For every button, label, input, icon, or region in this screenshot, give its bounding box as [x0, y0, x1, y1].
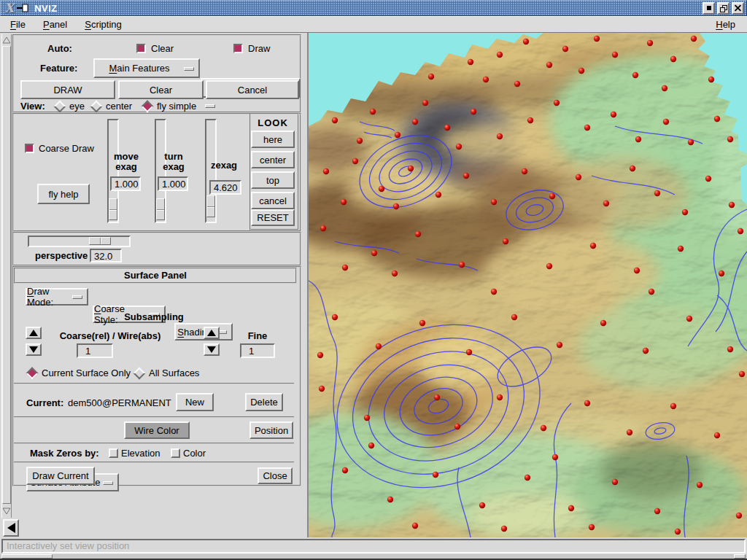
fine-entry[interactable]: 1 [240, 343, 275, 358]
coarse-draw-label: Coarse Draw [39, 143, 94, 154]
look-reset-button[interactable]: RESET [251, 209, 295, 226]
look-center-button[interactable]: center [251, 151, 295, 168]
look-top-button[interactable]: top [251, 171, 295, 189]
move-exag-slider-handle[interactable] [109, 198, 117, 220]
nviz-window: X NVIZ File Panel Scripting Help Auto: C… [0, 0, 747, 560]
scroll-up-icon[interactable] [2, 34, 11, 45]
view-fly-simple-label: fly simple [157, 101, 196, 112]
feature-main-menubutton[interactable]: Main Features [93, 58, 200, 78]
feature-main-label: Main Features [109, 63, 169, 74]
separator [14, 383, 294, 384]
panel-scroll-left-button[interactable] [3, 519, 19, 537]
mask-color-label: Color [183, 448, 206, 459]
turn-exag-entry[interactable]: 1.000 [158, 176, 188, 191]
look-here-button[interactable]: here [251, 131, 295, 148]
new-button[interactable]: New [176, 393, 214, 411]
surface-panel-frame: Surface Panel Draw Mode: Coarse Style: S… [12, 266, 301, 486]
3d-viewport[interactable] [307, 33, 747, 537]
close-icon [735, 5, 741, 12]
menu-file[interactable]: File [6, 18, 30, 31]
view-label: View: [20, 101, 45, 112]
menu-help[interactable]: Help [711, 18, 740, 31]
coarse-wire-label: Coarse(rel) / Wire(abs) [47, 330, 173, 341]
window-titlebar[interactable]: X NVIZ [0, 0, 747, 16]
perspective-slider[interactable] [28, 236, 131, 247]
scroll-down-icon[interactable] [2, 505, 11, 516]
minimize-icon [707, 6, 711, 10]
auto-draw-label: Draw [248, 43, 270, 54]
down-arrow-icon [29, 346, 38, 353]
panel-vertical-scrollbar[interactable] [1, 34, 12, 518]
move-exag-entry[interactable]: 1.000 [110, 176, 141, 191]
fine-label: Fine [236, 330, 279, 341]
surface-panel-title: Surface Panel [14, 268, 297, 284]
look-panel: LOOK here center top cancel RESET [249, 113, 299, 230]
current-surface-only-label: Current Surface Only [42, 368, 131, 378]
minimize-button[interactable] [703, 2, 715, 15]
maximize-button[interactable] [717, 2, 729, 15]
draw-current-button[interactable]: Draw Current [26, 467, 95, 485]
auto-draw-checkbox[interactable] [233, 44, 243, 53]
zexag-slider-handle[interactable] [206, 195, 215, 217]
current-label: Current: [26, 397, 63, 408]
pushpin-icon [17, 3, 30, 13]
current-surface-only-radio[interactable] [26, 368, 39, 380]
terrain-render [309, 33, 747, 537]
menu-scripting[interactable]: Scripting [80, 18, 126, 31]
view-fly-simple-radio[interactable] [142, 101, 154, 113]
close-button[interactable]: Close [258, 467, 293, 484]
coarse-spin-up-button[interactable] [26, 327, 42, 339]
auto-clear-checkbox[interactable] [136, 44, 146, 53]
fine-spin-up-button[interactable] [204, 327, 220, 339]
left-arrow-icon [7, 523, 15, 533]
look-cancel-button[interactable]: cancel [251, 192, 295, 209]
draw-button[interactable]: DRAW [20, 80, 115, 99]
terrain-surface [309, 33, 747, 537]
zexag-entry[interactable]: 4.620 [209, 180, 241, 195]
auto-clear-label: Clear [151, 43, 174, 54]
window-title: NVIZ [34, 3, 58, 14]
vertical-scroll-thumb[interactable] [2, 46, 11, 504]
x11-logo-icon: X [4, 1, 14, 15]
down-arrow-icon [207, 346, 216, 353]
perspective-frame: perspective 32.0 [12, 232, 301, 266]
zexag-label: zexag [208, 160, 240, 171]
view-eye-radio[interactable] [54, 101, 66, 113]
perspective-label: perspective [35, 250, 88, 261]
turn-exag-slider-handle[interactable] [156, 198, 165, 220]
separator [14, 462, 294, 463]
wire-color-button[interactable]: Wire Color [124, 421, 190, 439]
all-surfaces-radio[interactable] [133, 368, 146, 380]
menu-indicator-icon [184, 67, 194, 71]
separator [14, 416, 294, 418]
coarse-spin-down-button[interactable] [26, 343, 42, 356]
clear-button[interactable]: Clear [118, 80, 204, 99]
mask-elevation-checkbox[interactable] [109, 448, 118, 458]
menu-panel[interactable]: Panel [39, 18, 71, 31]
view-center-label: center [106, 101, 132, 112]
mask-zeros-label: Mask Zeros by: [30, 448, 99, 459]
fly-help-button[interactable]: fly help [37, 184, 90, 204]
fine-spin-down-button[interactable] [204, 343, 220, 356]
position-button[interactable]: Position [249, 421, 293, 439]
close-button[interactable] [732, 2, 744, 15]
view-eye-label: eye [69, 101, 85, 112]
coarse-wire-entry[interactable]: 1 [77, 343, 113, 358]
coarse-draw-checkbox[interactable] [25, 144, 34, 153]
view-center-radio[interactable] [90, 101, 103, 113]
menu-indicator-icon [72, 295, 82, 299]
draw-mode-menubutton[interactable]: Draw Mode: [26, 288, 88, 306]
status-text: Interactively set view position [7, 540, 129, 551]
all-surfaces-label: All Surfaces [149, 368, 199, 378]
auto-label: Auto: [47, 43, 72, 54]
view-menu-indicator-icon[interactable] [205, 104, 215, 108]
mask-color-checkbox[interactable] [171, 448, 180, 458]
perspective-slider-handle[interactable] [89, 237, 111, 245]
cancel-button[interactable]: Cancel [206, 80, 299, 99]
delete-button[interactable]: Delete [245, 393, 283, 411]
perspective-entry[interactable]: 32.0 [90, 249, 122, 262]
zexag-slider[interactable] [205, 119, 217, 223]
maximize-icon [720, 5, 727, 12]
menubar: File Panel Scripting Help [0, 16, 747, 33]
up-arrow-icon [207, 330, 216, 336]
